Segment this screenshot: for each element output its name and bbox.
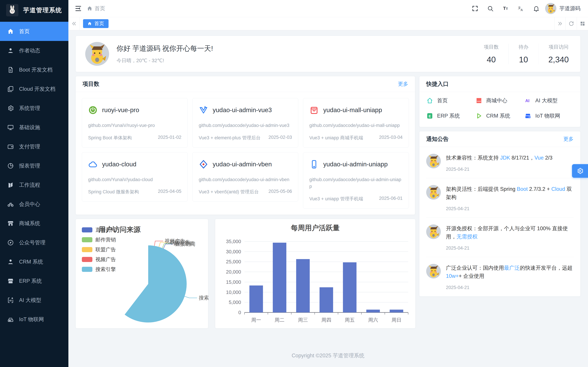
legend-label: 搜索引擎 bbox=[95, 266, 116, 273]
sidebar-item-cloud-doc[interactable]: Cloud 开发文档 bbox=[0, 79, 68, 99]
chevron-down-icon bbox=[52, 259, 57, 264]
quick-link-crm[interactable]: CRM 系统 bbox=[475, 112, 525, 119]
project-card-yudao-ui-admin-vben[interactable]: yudao-ui-admin-vben github.com/yudaocode… bbox=[192, 152, 298, 202]
user-tie-icon bbox=[7, 259, 14, 265]
sidebar-item-home[interactable]: 首页 bbox=[0, 22, 68, 41]
sidebar-item-erp[interactable]: ERP 系统 bbox=[0, 271, 68, 291]
sidebar-item-system[interactable]: 系统管理 bbox=[0, 99, 68, 118]
chevron-down-icon bbox=[52, 298, 57, 303]
notice-item-3[interactable]: 开源免授权：全部开源，个人与企业可 100% 直接使用，无需授权 2025-04… bbox=[426, 218, 573, 257]
tabs-forward-button[interactable] bbox=[554, 17, 566, 30]
font-size-button[interactable]: TT bbox=[500, 4, 512, 13]
spring-icon bbox=[88, 105, 98, 115]
quick-link-mall[interactable]: 商城中心 bbox=[475, 97, 525, 104]
pikachu-avatar bbox=[85, 42, 109, 66]
notice-item-1[interactable]: 技术兼容性：系统支持 JDK 8/17/21，Vue 2/3 2025-04-2… bbox=[426, 147, 573, 178]
menu-fold-icon[interactable] bbox=[75, 5, 82, 12]
greeting-card: 你好 芋道源码 祝你开心每一天! 今日晴，20℃ - 32℃! 项目数 40 待… bbox=[76, 36, 580, 72]
notice-title: 广泛企业认可：国内使用最广泛的快速开发平台，远超 10w++ 企业使用 bbox=[446, 264, 573, 280]
sidebar-item-mp[interactable]: 公众号管理 bbox=[0, 233, 68, 252]
server-icon bbox=[7, 316, 14, 323]
quick-link-home[interactable]: 首页 bbox=[426, 97, 475, 104]
stat-item: 项目数 40 bbox=[474, 44, 509, 64]
legend-item[interactable]: 邮件营销 bbox=[82, 236, 116, 243]
sidebar-item-iot[interactable]: IoT 物联网 bbox=[0, 310, 68, 329]
stat-value: 10 bbox=[519, 55, 528, 64]
app-logo-row[interactable]: 芋道管理系统 bbox=[0, 0, 68, 20]
sidebar-item-label: 基础设施 bbox=[19, 124, 40, 131]
sidebar-item-report[interactable]: 报表管理 bbox=[0, 156, 68, 175]
sidebar-item-ai[interactable]: AI AI 大模型 bbox=[0, 291, 68, 310]
legend-item[interactable]: 联盟广告 bbox=[82, 246, 116, 253]
project-card-ruoyi-vue-pro[interactable]: ruoyi-vue-pro github.com/YunaiV/ruoyi-vu… bbox=[82, 98, 188, 148]
language-button[interactable]: 文A bbox=[515, 4, 527, 13]
legend-item[interactable]: 直接访问 bbox=[82, 226, 116, 234]
tabs-layout-button[interactable] bbox=[577, 17, 588, 30]
sidebar-item-label: ERP 系统 bbox=[19, 277, 42, 284]
topbar: 首页 TT文A 芋道源码 bbox=[68, 0, 588, 17]
project-card-yudao-ui-mall-uniapp[interactable]: yudao-ui-mall-uniapp github.com/yudaocod… bbox=[303, 98, 409, 148]
fullscreen-button[interactable] bbox=[469, 4, 481, 13]
sidebar-item-author[interactable]: 作者动态 bbox=[0, 41, 68, 60]
project-desc: Vue3 + uniapp 商城手机端 bbox=[309, 135, 363, 141]
settings-fab-button[interactable] bbox=[572, 164, 588, 178]
project-desc: Spring Cloud 微服务架构 bbox=[88, 189, 139, 195]
username: 芋道源码 bbox=[559, 5, 580, 12]
svg-text:周四: 周四 bbox=[321, 317, 331, 323]
sidebar-item-crm[interactable]: CRM 系统 bbox=[0, 252, 68, 271]
svg-text:视频广告: 视频广告 bbox=[165, 238, 185, 244]
sidebar-item-label: 商城系统 bbox=[19, 220, 40, 227]
notice-item-2[interactable]: 架构灵活性：后端提供 Spring Boot 2.7/3.2 + Cloud 双… bbox=[426, 178, 573, 218]
project-card-yudao-cloud[interactable]: yudao-cloud github.com/YunaiV/yudao-clou… bbox=[82, 152, 188, 202]
project-name: yudao-ui-admin-uniapp bbox=[323, 161, 388, 168]
project-name: yudao-ui-admin-vue3 bbox=[213, 107, 272, 114]
user-menu[interactable]: 芋道源码 bbox=[545, 3, 580, 14]
project-url: github.com/YunaiV/ruoyi-vue-pro bbox=[88, 122, 181, 129]
svg-text:A: A bbox=[521, 8, 523, 12]
notices-more-link[interactable]: 更多 bbox=[563, 136, 573, 142]
tabs-back-button[interactable] bbox=[68, 17, 80, 30]
quick-link-ai[interactable]: AI AI 大模型 bbox=[524, 97, 573, 104]
weekly-active-bar-chart: 每周用户活跃量05,00010,00015,00020,00025,00030,… bbox=[215, 219, 415, 329]
svg-text:搜索引擎: 搜索引擎 bbox=[199, 295, 208, 300]
sidebar-item-label: 作者动态 bbox=[19, 47, 40, 54]
tab-home[interactable]: 首页 bbox=[83, 19, 109, 28]
quick-link-erp[interactable]: E ERP 系统 bbox=[426, 112, 475, 119]
pikachu-avatar bbox=[545, 3, 556, 14]
sidebar-item-member[interactable]: 会员中心 bbox=[0, 195, 68, 214]
notice-item-4[interactable]: 广泛企业认可：国内使用最广泛的快速开发平台，远超 10w++ 企业使用 2025… bbox=[426, 257, 573, 296]
sidebar-item-infra[interactable]: 基础设施 bbox=[0, 118, 68, 137]
project-card-yudao-ui-admin-vue3[interactable]: yudao-ui-admin-vue3 github.com/yudaocode… bbox=[192, 98, 298, 148]
search-button[interactable] bbox=[484, 4, 496, 13]
project-url: github.com/YunaiV/yudao-cloud bbox=[88, 176, 181, 183]
project-card-yudao-ui-admin-uniapp[interactable]: yudao-ui-admin-uniapp github.com/yudaoco… bbox=[303, 152, 409, 209]
quick-link-iot[interactable]: IoT 物联网 bbox=[524, 112, 573, 119]
ai-icon: AI bbox=[7, 297, 14, 304]
quick-link-label: 商城中心 bbox=[486, 97, 507, 104]
sidebar-item-pay[interactable]: 支付管理 bbox=[0, 137, 68, 156]
pie-icon bbox=[7, 162, 14, 169]
stat-item: 待办 10 bbox=[509, 44, 538, 64]
notification-button[interactable] bbox=[530, 4, 542, 13]
tabs-refresh-button[interactable] bbox=[566, 17, 577, 30]
legend-item[interactable]: 搜索引擎 bbox=[82, 266, 116, 273]
notice-date: 2025-04-21 bbox=[446, 245, 573, 251]
quick-links: 首页 商城中心 AI AI 大模型 E ERP 系统 bbox=[419, 92, 580, 127]
svg-text:周二: 周二 bbox=[275, 317, 285, 323]
stat-value: 40 bbox=[484, 55, 499, 64]
store-icon bbox=[7, 278, 14, 284]
sidebar-item-mall[interactable]: 商城系统 bbox=[0, 214, 68, 233]
sidebar-item-workflow[interactable]: 工作流程 bbox=[0, 175, 68, 195]
legend-swatch bbox=[82, 267, 92, 272]
project-date: 2025-05-06 bbox=[268, 189, 292, 195]
legend-item[interactable]: 视频广告 bbox=[82, 256, 116, 263]
sidebar-item-boot-doc[interactable]: Boot 开发文档 bbox=[0, 60, 68, 79]
svg-text:20,000: 20,000 bbox=[226, 269, 241, 275]
svg-text:周三: 周三 bbox=[298, 317, 308, 323]
sidebar-item-label: 公众号管理 bbox=[19, 239, 45, 246]
projects-more-link[interactable]: 更多 bbox=[398, 81, 408, 87]
font-size-icon: TT bbox=[502, 5, 509, 12]
home-o-icon bbox=[426, 97, 433, 104]
legend-swatch bbox=[82, 237, 92, 242]
page-content: 你好 芋道源码 祝你开心每一天! 今日晴，20℃ - 32℃! 项目数 40 待… bbox=[68, 30, 588, 367]
